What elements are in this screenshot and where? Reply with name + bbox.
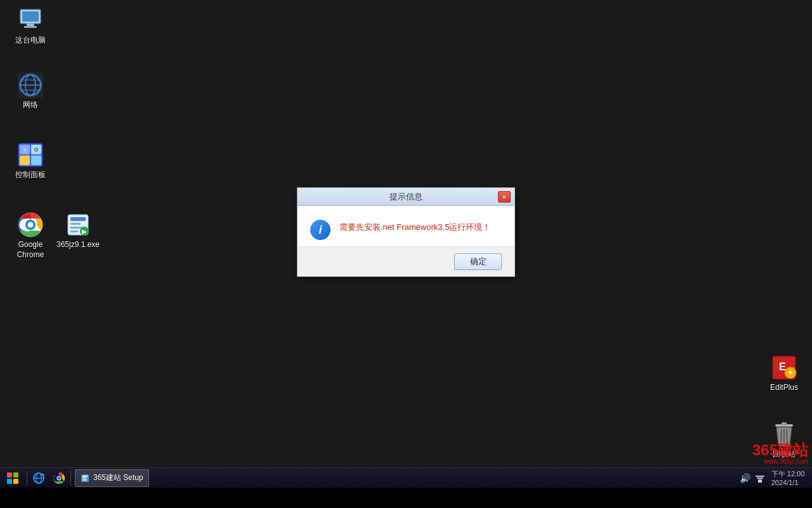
svg-rect-51 xyxy=(756,476,764,477)
svg-point-22 xyxy=(28,222,33,227)
taskbar-app-setup[interactable]: 365建站 Setup xyxy=(75,469,149,487)
desktop-icon-network[interactable]: 网络 xyxy=(5,70,56,113)
svg-text:≡: ≡ xyxy=(23,147,26,153)
dialog-ok-button[interactable]: 确定 xyxy=(454,253,502,270)
this-pc-label: 这台电脑 xyxy=(15,36,46,46)
time-display: 下午 12:002024/1/1 xyxy=(771,469,805,486)
desktop-icon-control-panel[interactable]: ≡ ⚙ 控制面板 xyxy=(5,140,56,183)
network-label: 网络 xyxy=(23,100,38,110)
dialog-message: 需要先安装.net Framework3.5运行环境！ xyxy=(339,218,490,234)
desktop-icon-365-setup[interactable]: ▶ 365jz9.1.exe xyxy=(53,210,103,253)
svg-rect-48 xyxy=(82,479,87,481)
dialog-box: 提示信息 × i 需要先安装.net Framework3.5运行环境！ 确定 xyxy=(297,187,515,277)
dialog-close-button[interactable]: × xyxy=(498,191,511,203)
desktop-icon-this-pc[interactable]: 这台电脑 xyxy=(5,5,56,48)
svg-rect-3 xyxy=(24,26,37,28)
svg-rect-10 xyxy=(18,72,43,98)
setup-exe-icon: ▶ xyxy=(65,212,91,237)
taskbar: e 365建站 Setup 🔊 xyxy=(0,467,812,488)
svg-rect-2 xyxy=(27,23,34,26)
chrome-label: GoogleChrome xyxy=(17,240,44,260)
editplus-icon: E + xyxy=(771,355,797,380)
computer-icon xyxy=(18,8,43,33)
desktop-icon-editplus[interactable]: E + EditPlus xyxy=(759,352,809,396)
dialog-title: 提示信息 xyxy=(303,191,509,203)
svg-text:▶: ▶ xyxy=(82,228,87,235)
sys-tray-icon-1[interactable]: 🔊 xyxy=(738,472,751,485)
taskbar-ie-button[interactable]: e xyxy=(29,468,49,488)
chrome-icon xyxy=(18,212,43,237)
taskbar-right: 🔊 下午 12:002024/1/1 xyxy=(738,472,812,485)
taskbar-app-label: 365建站 Setup xyxy=(93,472,143,483)
desktop-icon-chrome[interactable]: GoogleChrome xyxy=(5,210,56,262)
editplus-label: EditPlus xyxy=(770,383,798,393)
start-button[interactable] xyxy=(0,468,25,488)
sys-tray-time[interactable]: 下午 12:002024/1/1 xyxy=(769,472,807,485)
svg-rect-35 xyxy=(782,422,787,425)
taskbar-separator-1 xyxy=(27,471,27,486)
svg-point-44 xyxy=(58,476,61,479)
svg-rect-1 xyxy=(22,11,39,22)
svg-rect-46 xyxy=(82,476,88,477)
taskbar-separator-2 xyxy=(70,471,71,486)
taskbar-chrome-button[interactable] xyxy=(49,468,69,488)
network-icon xyxy=(18,72,43,98)
svg-rect-15 xyxy=(31,156,41,165)
svg-text:e: e xyxy=(42,472,44,477)
svg-rect-25 xyxy=(70,223,81,225)
svg-rect-47 xyxy=(82,478,86,479)
dialog-footer: 确定 xyxy=(298,246,514,276)
control-panel-label: 控制面板 xyxy=(15,170,46,180)
info-icon: i xyxy=(310,220,331,240)
svg-rect-14 xyxy=(20,156,30,165)
desktop: 这台电脑 网络 ≡ ⚙ xyxy=(0,0,812,488)
svg-rect-49 xyxy=(758,479,762,483)
dialog-titlebar: 提示信息 × xyxy=(298,188,514,206)
dialog-body: i 需要先安装.net Framework3.5运行环境！ xyxy=(298,206,514,246)
svg-rect-50 xyxy=(757,478,763,479)
svg-rect-27 xyxy=(70,231,78,232)
sys-tray-network-icon[interactable] xyxy=(754,472,766,485)
svg-text:⚙: ⚙ xyxy=(34,147,39,153)
svg-rect-24 xyxy=(70,217,86,221)
control-panel-icon: ≡ ⚙ xyxy=(18,142,43,168)
svg-text:+: + xyxy=(788,368,792,377)
setup-label: 365jz9.1.exe xyxy=(56,240,100,250)
windows-logo xyxy=(7,472,18,484)
watermark-365: 365建站 www.365jz.com xyxy=(752,443,808,465)
